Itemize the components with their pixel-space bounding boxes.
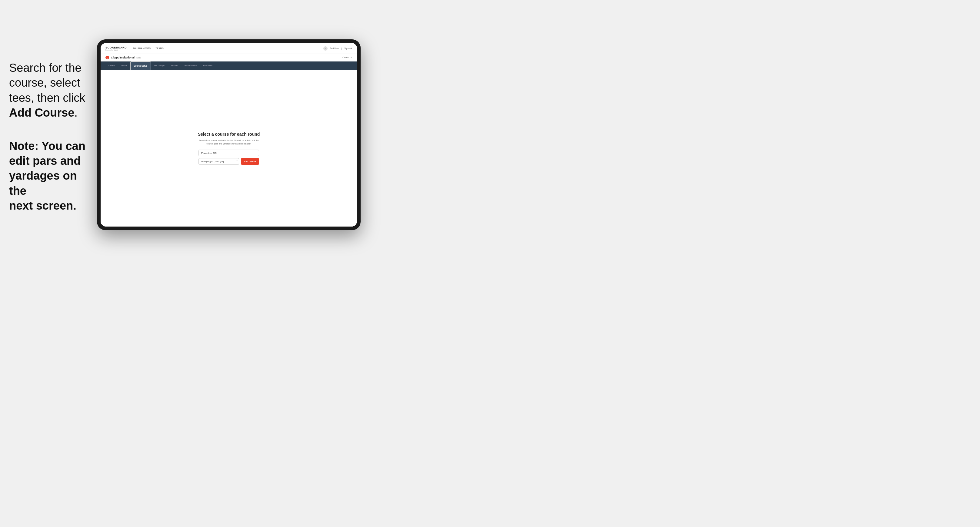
top-nav-right: T Test User | Sign out: [323, 46, 352, 51]
cancel-button[interactable]: Cancel ✕: [342, 56, 352, 59]
tab-printables[interactable]: Printables: [200, 62, 215, 70]
tab-details[interactable]: Details: [105, 62, 118, 70]
tee-select-display[interactable]: Gold (M) (M) (7010 yds) ✕ ⌄: [199, 158, 239, 165]
tournament-icon: C: [105, 56, 109, 59]
cancel-icon: ✕: [350, 56, 352, 59]
logo-text: SCOREBOARD: [105, 46, 127, 49]
instruction-text: Search for thecourse, selecttees, then c…: [9, 62, 85, 119]
tab-bar: Details Teams Course Setup Tee Groups Re…: [100, 62, 357, 70]
nav-links: TOURNAMENTS TEAMS: [133, 47, 323, 49]
avatar-initial: T: [325, 48, 326, 49]
sign-out-link[interactable]: Sign out: [344, 47, 352, 49]
nav-tournaments[interactable]: TOURNAMENTS: [133, 47, 151, 49]
tournament-type: (Men): [136, 57, 141, 59]
user-avatar: T: [323, 46, 328, 51]
section-description: Search for a course and select a tee. Yo…: [199, 139, 258, 145]
tab-course-setup[interactable]: Course Setup: [130, 62, 151, 70]
section-title: Select a course for each round: [198, 132, 260, 137]
top-nav: SCOREBOARD Powered by clippd TOURNAMENTS…: [100, 43, 357, 54]
clear-icon: ✕: [236, 160, 237, 162]
main-content: Select a course for each round Search fo…: [100, 70, 357, 227]
user-name: Test User: [330, 47, 339, 49]
tee-select-icons: ✕ ⌄: [236, 160, 237, 163]
nav-separator: |: [341, 47, 342, 49]
tablet-screen: SCOREBOARD Powered by clippd TOURNAMENTS…: [100, 43, 357, 227]
note-text: Note: You can edit pars and yardages on …: [9, 139, 97, 214]
instructions-panel: Search for thecourse, selecttees, then c…: [9, 60, 97, 214]
tee-select-row: Gold (M) (M) (7010 yds) ✕ ⌄ Add Course: [199, 158, 259, 165]
logo-area: SCOREBOARD Powered by clippd: [105, 46, 127, 51]
tournament-header: C Clippd Invitational (Men) Cancel ✕: [100, 54, 357, 62]
tablet-frame: SCOREBOARD Powered by clippd TOURNAMENTS…: [97, 40, 361, 230]
tab-tee-groups[interactable]: Tee Groups: [151, 62, 168, 70]
logo-sub: Powered by clippd: [105, 49, 127, 51]
tab-teams[interactable]: Teams: [118, 62, 130, 70]
chevron-icon: ⌄: [236, 162, 237, 163]
tee-value: Gold (M) (M) (7010 yds): [201, 160, 224, 163]
course-search-input[interactable]: [199, 149, 259, 156]
tournament-name: Clippd Invitational: [111, 56, 135, 59]
highlight-text: Add Course: [9, 106, 74, 119]
nav-teams[interactable]: TEAMS: [156, 47, 164, 49]
tab-results[interactable]: Results: [168, 62, 181, 70]
add-course-button[interactable]: Add Course: [241, 158, 259, 165]
tab-leaderboards[interactable]: Leaderboards: [181, 62, 200, 70]
tee-select-wrapper: Gold (M) (M) (7010 yds) ✕ ⌄: [199, 158, 239, 165]
